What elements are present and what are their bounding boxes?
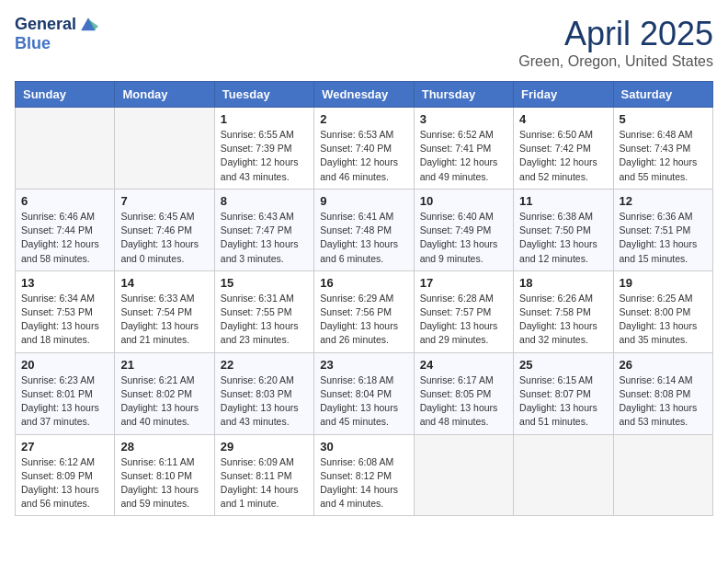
calendar-cell: 14Sunrise: 6:33 AM Sunset: 7:54 PM Dayli…	[115, 270, 214, 352]
weekday-header: Friday	[514, 82, 613, 108]
day-info: Sunrise: 6:53 AM Sunset: 7:40 PM Dayligh…	[320, 128, 407, 184]
day-info: Sunrise: 6:28 AM Sunset: 7:57 PM Dayligh…	[420, 292, 507, 348]
calendar-cell: 23Sunrise: 6:18 AM Sunset: 8:04 PM Dayli…	[314, 352, 414, 434]
day-info: Sunrise: 6:34 AM Sunset: 7:53 PM Dayligh…	[21, 292, 108, 348]
location-title: Green, Oregon, United States	[518, 53, 713, 70]
calendar-cell: 29Sunrise: 6:09 AM Sunset: 8:11 PM Dayli…	[214, 434, 313, 516]
day-info: Sunrise: 6:25 AM Sunset: 8:00 PM Dayligh…	[620, 292, 707, 348]
day-info: Sunrise: 6:17 AM Sunset: 8:05 PM Dayligh…	[420, 373, 507, 430]
calendar-week-row: 1Sunrise: 6:55 AM Sunset: 7:39 PM Daylig…	[16, 108, 713, 190]
day-info: Sunrise: 6:18 AM Sunset: 8:04 PM Dayligh…	[320, 373, 407, 430]
day-number: 18	[519, 276, 607, 290]
day-number: 14	[120, 276, 208, 290]
calendar-cell: 1Sunrise: 6:55 AM Sunset: 7:39 PM Daylig…	[214, 108, 313, 190]
calendar-cell: 4Sunrise: 6:50 AM Sunset: 7:42 PM Daylig…	[514, 108, 613, 190]
calendar-cell	[514, 434, 613, 516]
weekday-header: Monday	[115, 82, 214, 108]
day-info: Sunrise: 6:12 AM Sunset: 8:09 PM Dayligh…	[21, 455, 108, 511]
calendar-cell: 13Sunrise: 6:34 AM Sunset: 7:53 PM Dayli…	[16, 270, 115, 352]
day-number: 22	[221, 358, 308, 372]
calendar-cell: 3Sunrise: 6:52 AM Sunset: 7:41 PM Daylig…	[414, 108, 513, 190]
day-info: Sunrise: 6:40 AM Sunset: 7:49 PM Dayligh…	[420, 210, 507, 266]
day-number: 1	[221, 112, 308, 126]
day-info: Sunrise: 6:48 AM Sunset: 7:43 PM Dayligh…	[620, 128, 707, 184]
calendar-cell	[613, 434, 712, 516]
day-number: 9	[320, 194, 407, 208]
calendar-week-row: 6Sunrise: 6:46 AM Sunset: 7:44 PM Daylig…	[16, 189, 713, 270]
day-number: 28	[120, 440, 208, 454]
calendar-cell: 17Sunrise: 6:28 AM Sunset: 7:57 PM Dayli…	[414, 270, 513, 352]
day-info: Sunrise: 6:41 AM Sunset: 7:48 PM Dayligh…	[320, 210, 407, 266]
day-number: 16	[320, 276, 407, 290]
calendar-cell: 19Sunrise: 6:25 AM Sunset: 8:00 PM Dayli…	[613, 270, 712, 352]
day-info: Sunrise: 6:26 AM Sunset: 7:58 PM Dayligh…	[519, 292, 607, 348]
calendar-cell: 26Sunrise: 6:14 AM Sunset: 8:08 PM Dayli…	[613, 352, 712, 434]
day-info: Sunrise: 6:36 AM Sunset: 7:51 PM Dayligh…	[620, 210, 707, 266]
logo: General Blue	[15, 15, 98, 53]
calendar-cell: 22Sunrise: 6:20 AM Sunset: 8:03 PM Dayli…	[214, 352, 313, 434]
day-info: Sunrise: 6:33 AM Sunset: 7:54 PM Dayligh…	[120, 292, 208, 348]
day-number: 7	[120, 194, 208, 208]
calendar-cell: 25Sunrise: 6:15 AM Sunset: 8:07 PM Dayli…	[514, 352, 613, 434]
day-number: 21	[120, 358, 208, 372]
calendar-week-row: 13Sunrise: 6:34 AM Sunset: 7:53 PM Dayli…	[16, 270, 713, 352]
calendar-cell: 16Sunrise: 6:29 AM Sunset: 7:56 PM Dayli…	[314, 270, 414, 352]
calendar-cell: 28Sunrise: 6:11 AM Sunset: 8:10 PM Dayli…	[115, 434, 214, 516]
calendar-cell: 5Sunrise: 6:48 AM Sunset: 7:43 PM Daylig…	[613, 108, 712, 190]
day-number: 20	[21, 358, 108, 372]
day-info: Sunrise: 6:31 AM Sunset: 7:55 PM Dayligh…	[221, 292, 308, 348]
day-info: Sunrise: 6:55 AM Sunset: 7:39 PM Dayligh…	[221, 128, 308, 184]
calendar-cell	[414, 434, 513, 516]
day-info: Sunrise: 6:09 AM Sunset: 8:11 PM Dayligh…	[221, 455, 308, 511]
day-info: Sunrise: 6:46 AM Sunset: 7:44 PM Dayligh…	[21, 210, 108, 266]
day-number: 3	[420, 112, 507, 126]
calendar-cell: 15Sunrise: 6:31 AM Sunset: 7:55 PM Dayli…	[214, 270, 313, 352]
day-info: Sunrise: 6:50 AM Sunset: 7:42 PM Dayligh…	[519, 128, 607, 184]
day-number: 23	[320, 358, 407, 372]
day-number: 26	[620, 358, 707, 372]
calendar-table: SundayMondayTuesdayWednesdayThursdayFrid…	[15, 81, 713, 516]
calendar-week-row: 27Sunrise: 6:12 AM Sunset: 8:09 PM Dayli…	[16, 434, 713, 516]
day-info: Sunrise: 6:38 AM Sunset: 7:50 PM Dayligh…	[519, 210, 607, 266]
weekday-header: Saturday	[613, 82, 712, 108]
day-info: Sunrise: 6:20 AM Sunset: 8:03 PM Dayligh…	[221, 373, 308, 430]
calendar-week-row: 20Sunrise: 6:23 AM Sunset: 8:01 PM Dayli…	[16, 352, 713, 434]
calendar-cell: 9Sunrise: 6:41 AM Sunset: 7:48 PM Daylig…	[314, 189, 414, 270]
calendar-cell: 20Sunrise: 6:23 AM Sunset: 8:01 PM Dayli…	[16, 352, 115, 434]
calendar-cell: 27Sunrise: 6:12 AM Sunset: 8:09 PM Dayli…	[16, 434, 115, 516]
day-number: 10	[420, 194, 507, 208]
day-number: 8	[221, 194, 308, 208]
day-info: Sunrise: 6:45 AM Sunset: 7:46 PM Dayligh…	[120, 210, 208, 266]
day-number: 30	[320, 440, 407, 454]
day-info: Sunrise: 6:21 AM Sunset: 8:02 PM Dayligh…	[120, 373, 208, 430]
day-number: 25	[519, 358, 607, 372]
calendar-cell	[16, 108, 115, 190]
day-number: 5	[620, 112, 707, 126]
day-info: Sunrise: 6:15 AM Sunset: 8:07 PM Dayligh…	[519, 373, 607, 430]
calendar-cell: 18Sunrise: 6:26 AM Sunset: 7:58 PM Dayli…	[514, 270, 613, 352]
calendar-cell: 6Sunrise: 6:46 AM Sunset: 7:44 PM Daylig…	[16, 189, 115, 270]
calendar-cell: 11Sunrise: 6:38 AM Sunset: 7:50 PM Dayli…	[514, 189, 613, 270]
day-info: Sunrise: 6:14 AM Sunset: 8:08 PM Dayligh…	[620, 373, 707, 430]
day-info: Sunrise: 6:29 AM Sunset: 7:56 PM Dayligh…	[320, 292, 407, 348]
calendar-header-row: SundayMondayTuesdayWednesdayThursdayFrid…	[16, 82, 713, 108]
calendar-cell: 7Sunrise: 6:45 AM Sunset: 7:46 PM Daylig…	[115, 189, 214, 270]
calendar-cell: 24Sunrise: 6:17 AM Sunset: 8:05 PM Dayli…	[414, 352, 513, 434]
day-info: Sunrise: 6:43 AM Sunset: 7:47 PM Dayligh…	[221, 210, 308, 266]
day-number: 19	[620, 276, 707, 290]
calendar-cell	[115, 108, 214, 190]
calendar-cell: 21Sunrise: 6:21 AM Sunset: 8:02 PM Dayli…	[115, 352, 214, 434]
day-info: Sunrise: 6:52 AM Sunset: 7:41 PM Dayligh…	[420, 128, 507, 184]
day-number: 13	[21, 276, 108, 290]
weekday-header: Tuesday	[214, 82, 313, 108]
calendar-cell: 2Sunrise: 6:53 AM Sunset: 7:40 PM Daylig…	[314, 108, 414, 190]
calendar-cell: 10Sunrise: 6:40 AM Sunset: 7:49 PM Dayli…	[414, 189, 513, 270]
day-number: 29	[221, 440, 308, 454]
day-info: Sunrise: 6:08 AM Sunset: 8:12 PM Dayligh…	[320, 455, 407, 511]
day-number: 24	[420, 358, 507, 372]
weekday-header: Sunday	[16, 82, 115, 108]
page-header: General Blue April 2025 Green, Oregon, U…	[15, 15, 713, 70]
month-title: April 2025	[518, 15, 713, 53]
day-number: 27	[21, 440, 108, 454]
calendar-cell: 30Sunrise: 6:08 AM Sunset: 8:12 PM Dayli…	[314, 434, 414, 516]
